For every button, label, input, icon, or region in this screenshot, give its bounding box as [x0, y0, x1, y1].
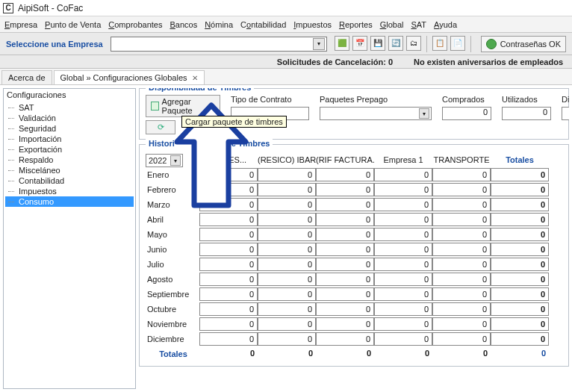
menu-ayuda[interactable]: Ayuda	[434, 20, 457, 29]
agregar-paquete-button[interactable]: Agregar Paquete	[146, 95, 220, 117]
table-row: Octubre000000	[146, 302, 562, 317]
empresa-combo[interactable]: ▾	[111, 37, 327, 52]
cell: 0	[316, 287, 374, 301]
toolbar: Seleccione una Empresa ▾ 🟩 📅 💾 🔄 🗂 📋 📄 C…	[0, 33, 572, 55]
menu-impuestos[interactable]: Impuestos	[293, 20, 332, 29]
cell: 0	[199, 287, 258, 301]
cell: 0	[316, 317, 374, 331]
cell: 0	[258, 198, 316, 211]
cell: 0	[491, 287, 549, 301]
table-row: Mayo000000	[146, 227, 562, 242]
tab-config-globales[interactable]: Global » Configuraciones Globales ✕	[54, 70, 205, 84]
menu-global[interactable]: Global	[380, 20, 404, 29]
sidebar-item-misceláneo[interactable]: Misceláneo	[5, 165, 134, 175]
cell: 0	[199, 273, 258, 286]
utilizados-label: Utilizados	[502, 95, 551, 104]
menu-punto-venta[interactable]: Punto de Venta	[45, 20, 101, 29]
month-label: Noviembre	[146, 320, 199, 329]
menu-comprobantes[interactable]: Comprobantes	[108, 20, 162, 29]
cell: 0	[491, 198, 549, 211]
cell: 0	[374, 317, 432, 331]
tab-acerca-de[interactable]: Acerca de	[1, 70, 52, 84]
sidebar-item-seguridad[interactable]: Seguridad	[5, 123, 134, 134]
sidebar-item-validación[interactable]: Validación	[5, 113, 134, 123]
chevron-down-icon[interactable]: ▾	[313, 38, 325, 50]
status-aniversarios: No existen aniversarios de empleados	[414, 57, 563, 66]
cell: 0	[491, 258, 549, 271]
add-icon	[151, 102, 159, 111]
menu-sat[interactable]: SAT	[411, 20, 426, 29]
cell: 0	[432, 168, 491, 181]
cell: 0	[258, 258, 316, 271]
table-row: Marzo000000	[146, 197, 562, 212]
close-icon[interactable]: ✕	[192, 74, 198, 82]
menu-nomina[interactable]: Nómina	[205, 20, 233, 29]
sidebar-item-contabilidad[interactable]: Contabilidad	[5, 175, 134, 186]
chevron-down-icon[interactable]: ▾	[170, 155, 181, 166]
tool-icon-5[interactable]: 🗂	[406, 36, 421, 51]
cell: 0	[199, 258, 258, 271]
tipo-contrato-label: Tipo de Contrato	[231, 95, 309, 104]
sidebar-item-impuestos[interactable]: Impuestos	[5, 186, 134, 196]
main-panel: Disponibilidad de Timbres Agregar Paquet…	[139, 88, 569, 389]
cell: 0	[374, 228, 432, 241]
table-row: Abril000000	[146, 212, 562, 227]
menu-contabilidad[interactable]: Contabilidad	[240, 20, 286, 29]
comprados-value: 0	[442, 107, 491, 120]
month-label: Septiembre	[146, 290, 199, 299]
col-header: MPRES...	[199, 154, 258, 167]
tool-icon-6[interactable]: 📋	[432, 36, 447, 51]
tool-icon-3[interactable]: 💾	[370, 36, 385, 51]
cell: 0	[432, 213, 491, 226]
tool-icon-1[interactable]: 🟩	[335, 36, 349, 51]
year-combo[interactable]: 2022 ▾	[146, 154, 183, 167]
table-row: Febrero000000	[146, 182, 562, 197]
cell: 0	[316, 302, 374, 316]
titlebar: C AipiSoft - CoFac	[0, 0, 572, 16]
sidebar-item-exportación[interactable]: Exportación	[5, 144, 134, 155]
table-row: Agosto000000	[146, 272, 562, 287]
cell: 0	[374, 198, 432, 211]
secondary-button[interactable]: ⟳	[146, 120, 175, 134]
sidebar-item-respaldo[interactable]: Respaldo	[5, 155, 134, 165]
cell: 0	[374, 332, 432, 346]
cell: 0	[316, 168, 374, 181]
paquetes-prepago-label: Paquetes Prepago	[320, 95, 432, 104]
paquetes-prepago-combo[interactable]: ▾	[320, 107, 432, 120]
cell: 0	[199, 198, 258, 211]
cell: 0	[374, 273, 432, 286]
cell: 0	[316, 243, 374, 256]
menu-empresa[interactable]: Empresa	[4, 20, 37, 29]
cell: 0	[199, 332, 258, 346]
menu-reportes[interactable]: Reportes	[339, 20, 373, 29]
cell: 0	[199, 302, 258, 316]
cell: 0	[316, 332, 374, 346]
table-row: Diciembre000000	[146, 332, 562, 346]
refresh-icon: ⟳	[158, 122, 164, 132]
cell: 0	[199, 183, 258, 196]
cell: 0	[432, 228, 491, 241]
cell: 0	[199, 243, 258, 256]
chevron-down-icon[interactable]: ▾	[419, 108, 429, 119]
tool-icon-4[interactable]: 🔄	[388, 36, 403, 51]
contrasenas-ok-button[interactable]: Contraseñas OK	[481, 36, 566, 52]
tab-label: Acerca de	[8, 73, 46, 82]
cell: 0	[316, 258, 374, 271]
group-title-hist: Histori al Consu no de Timbres	[146, 139, 273, 148]
sidebar-item-consumo[interactable]: Consumo	[5, 196, 134, 207]
menu-bancos[interactable]: Bancos	[170, 20, 197, 29]
month-label: Abril	[146, 215, 199, 224]
app-logo-icon: C	[3, 3, 13, 13]
sidebar-item-importación[interactable]: Importación	[5, 134, 134, 144]
toolbar-icons: 🟩 📅 💾 🔄 🗂 📋 📄	[335, 36, 473, 52]
cell: 0	[432, 198, 491, 211]
sidebar-item-sat[interactable]: SAT	[5, 102, 134, 113]
cell: 0	[491, 317, 549, 331]
tool-icon-7[interactable]: 📄	[450, 36, 465, 51]
cell: 0	[491, 213, 549, 226]
month-label: Agosto	[146, 275, 199, 284]
cell: 0	[258, 302, 316, 316]
cell: 0	[491, 273, 549, 286]
cell: 0	[491, 243, 549, 256]
tool-icon-2[interactable]: 📅	[352, 36, 367, 51]
